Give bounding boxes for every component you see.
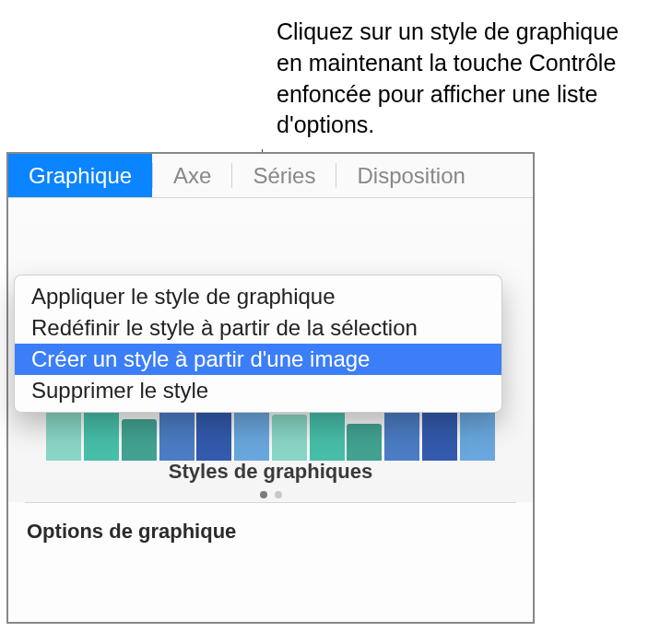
menu-item[interactable]: Appliquer le style de graphique <box>15 281 501 312</box>
menu-item[interactable]: Supprimer le style <box>15 375 501 406</box>
context-menu: Appliquer le style de graphiqueRedéfinir… <box>14 275 502 413</box>
menu-item[interactable]: Redéfinir le style à partir de la sélect… <box>15 312 501 344</box>
tab-label: Axe <box>173 163 211 189</box>
thumbnail-bar <box>272 415 307 461</box>
tabs-bar: GraphiqueAxeSériesDisposition <box>8 154 533 198</box>
styles-pager[interactable] <box>8 491 533 498</box>
styles-section-label: Styles de graphiques <box>8 460 533 484</box>
tab-label: Disposition <box>357 163 465 189</box>
chart-options-header[interactable]: Options de graphique <box>8 503 533 560</box>
menu-item-label: Créer un style à partir d'une image <box>31 346 370 371</box>
tab-disposition[interactable]: Disposition <box>336 154 485 197</box>
pager-dot[interactable] <box>260 491 267 498</box>
menu-item[interactable]: Créer un style à partir d'une image <box>15 344 501 375</box>
tab-label: Graphique <box>29 163 132 189</box>
help-callout: Cliquez sur un style de graphique en mai… <box>277 17 645 141</box>
tab-axe[interactable]: Axe <box>153 154 231 197</box>
tab-graphique[interactable]: Graphique <box>8 154 152 197</box>
thumbnail-bar <box>347 424 382 461</box>
callout-text: Cliquez sur un style de graphique en mai… <box>277 18 619 137</box>
pager-dot[interactable] <box>275 491 282 498</box>
tab-series[interactable]: Séries <box>232 154 336 197</box>
thumbnail-bar <box>122 419 157 461</box>
tab-label: Séries <box>253 163 315 189</box>
menu-item-label: Redéfinir le style à partir de la sélect… <box>31 315 418 340</box>
thumbnail-bar <box>46 410 81 461</box>
thumbnail-bar <box>234 405 269 461</box>
menu-item-label: Appliquer le style de graphique <box>31 284 336 309</box>
menu-item-label: Supprimer le style <box>31 378 208 403</box>
